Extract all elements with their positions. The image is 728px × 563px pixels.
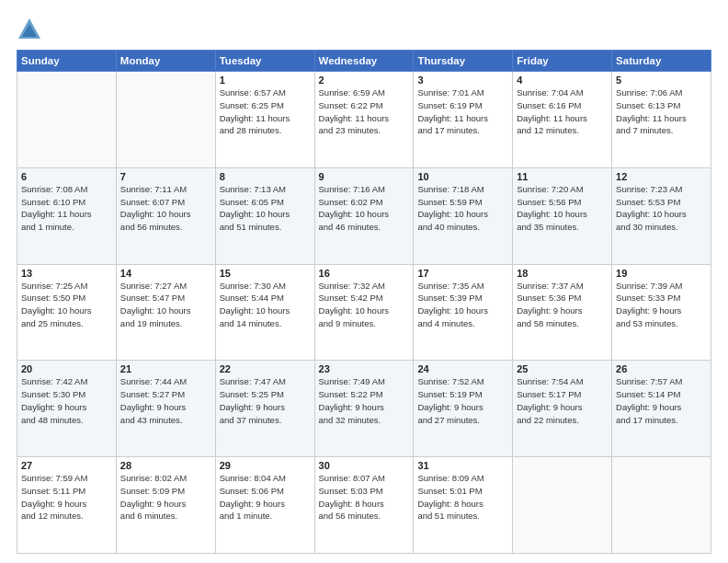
- day-info: Sunrise: 7:11 AM Sunset: 6:07 PM Dayligh…: [120, 183, 211, 234]
- calendar-cell: [17, 72, 117, 168]
- calendar-table: SundayMondayTuesdayWednesdayThursdayFrid…: [17, 50, 711, 554]
- calendar-cell: 30Sunrise: 8:07 AM Sunset: 5:03 PM Dayli…: [314, 457, 414, 554]
- day-info: Sunrise: 7:06 AM Sunset: 6:13 PM Dayligh…: [616, 86, 707, 137]
- day-info: Sunrise: 7:13 AM Sunset: 6:05 PM Dayligh…: [220, 183, 311, 234]
- day-number: 17: [417, 268, 508, 279]
- day-number: 28: [120, 460, 211, 471]
- calendar-cell: 3Sunrise: 7:01 AM Sunset: 6:19 PM Daylig…: [414, 72, 513, 168]
- day-info: Sunrise: 7:35 AM Sunset: 5:39 PM Dayligh…: [417, 280, 508, 330]
- day-number: 11: [517, 171, 608, 182]
- calendar-cell: 18Sunrise: 7:37 AM Sunset: 5:36 PM Dayli…: [513, 264, 612, 361]
- day-number: 14: [120, 268, 211, 279]
- day-info: Sunrise: 7:30 AM Sunset: 5:44 PM Dayligh…: [220, 280, 311, 330]
- day-info: Sunrise: 7:42 AM Sunset: 5:30 PM Dayligh…: [21, 375, 112, 426]
- day-number: 9: [319, 171, 410, 182]
- day-info: Sunrise: 7:18 AM Sunset: 5:59 PM Dayligh…: [417, 183, 508, 234]
- day-number: 29: [220, 460, 311, 471]
- day-info: Sunrise: 8:02 AM Sunset: 5:09 PM Dayligh…: [120, 472, 211, 523]
- day-info: Sunrise: 7:37 AM Sunset: 5:36 PM Dayligh…: [517, 280, 608, 330]
- day-number: 10: [417, 171, 508, 182]
- day-info: Sunrise: 8:09 AM Sunset: 5:01 PM Dayligh…: [417, 472, 508, 523]
- calendar-cell: 6Sunrise: 7:08 AM Sunset: 6:10 PM Daylig…: [17, 167, 117, 264]
- day-number: 5: [616, 75, 707, 86]
- calendar-cell: 21Sunrise: 7:44 AM Sunset: 5:27 PM Dayli…: [116, 361, 215, 457]
- day-number: 23: [319, 363, 410, 374]
- day-number: 8: [220, 171, 311, 182]
- calendar-cell: 26Sunrise: 7:57 AM Sunset: 5:14 PM Dayli…: [612, 361, 711, 457]
- weekday-header-saturday: Saturday: [612, 51, 711, 72]
- day-number: 26: [616, 363, 707, 374]
- day-number: 13: [21, 268, 112, 279]
- calendar-cell: 17Sunrise: 7:35 AM Sunset: 5:39 PM Dayli…: [414, 264, 513, 361]
- calendar-cell: 4Sunrise: 7:04 AM Sunset: 6:16 PM Daylig…: [513, 72, 612, 168]
- day-number: 3: [417, 75, 508, 86]
- calendar-cell: 20Sunrise: 7:42 AM Sunset: 5:30 PM Dayli…: [17, 361, 117, 457]
- header: [17, 17, 711, 42]
- day-info: Sunrise: 7:25 AM Sunset: 5:50 PM Dayligh…: [21, 280, 112, 330]
- day-info: Sunrise: 7:08 AM Sunset: 6:10 PM Dayligh…: [21, 183, 112, 234]
- calendar-cell: 23Sunrise: 7:49 AM Sunset: 5:22 PM Dayli…: [314, 361, 414, 457]
- day-number: 20: [21, 363, 112, 374]
- day-number: 30: [319, 460, 410, 471]
- day-info: Sunrise: 6:59 AM Sunset: 6:22 PM Dayligh…: [319, 86, 410, 137]
- day-number: 1: [220, 75, 311, 86]
- calendar-cell: 15Sunrise: 7:30 AM Sunset: 5:44 PM Dayli…: [215, 264, 314, 361]
- calendar-cell: 2Sunrise: 6:59 AM Sunset: 6:22 PM Daylig…: [314, 72, 414, 168]
- day-number: 18: [517, 268, 608, 279]
- week-row-1: 1Sunrise: 6:57 AM Sunset: 6:25 PM Daylig…: [17, 72, 711, 168]
- day-number: 27: [21, 460, 112, 471]
- weekday-header-row: SundayMondayTuesdayWednesdayThursdayFrid…: [17, 51, 711, 72]
- calendar-cell: 31Sunrise: 8:09 AM Sunset: 5:01 PM Dayli…: [414, 457, 513, 554]
- day-info: Sunrise: 7:04 AM Sunset: 6:16 PM Dayligh…: [517, 86, 608, 137]
- day-number: 6: [21, 171, 112, 182]
- day-info: Sunrise: 7:32 AM Sunset: 5:42 PM Dayligh…: [319, 280, 410, 330]
- day-number: 22: [220, 363, 311, 374]
- calendar-cell: 8Sunrise: 7:13 AM Sunset: 6:05 PM Daylig…: [215, 167, 314, 264]
- day-info: Sunrise: 7:57 AM Sunset: 5:14 PM Dayligh…: [616, 375, 707, 426]
- day-number: 31: [417, 460, 508, 471]
- calendar-cell: 11Sunrise: 7:20 AM Sunset: 5:56 PM Dayli…: [513, 167, 612, 264]
- day-info: Sunrise: 7:59 AM Sunset: 5:11 PM Dayligh…: [21, 472, 112, 523]
- weekday-header-wednesday: Wednesday: [314, 51, 414, 72]
- day-info: Sunrise: 8:07 AM Sunset: 5:03 PM Dayligh…: [319, 472, 410, 523]
- calendar-cell: 14Sunrise: 7:27 AM Sunset: 5:47 PM Dayli…: [116, 264, 215, 361]
- logo-icon: [17, 17, 42, 42]
- calendar-cell: 29Sunrise: 8:04 AM Sunset: 5:06 PM Dayli…: [215, 457, 314, 554]
- day-info: Sunrise: 7:54 AM Sunset: 5:17 PM Dayligh…: [517, 375, 608, 426]
- day-number: 7: [120, 171, 211, 182]
- week-row-4: 20Sunrise: 7:42 AM Sunset: 5:30 PM Dayli…: [17, 361, 711, 457]
- day-number: 16: [319, 268, 410, 279]
- calendar-cell: 22Sunrise: 7:47 AM Sunset: 5:25 PM Dayli…: [215, 361, 314, 457]
- calendar-cell: 7Sunrise: 7:11 AM Sunset: 6:07 PM Daylig…: [116, 167, 215, 264]
- logo: [17, 17, 46, 42]
- day-number: 12: [616, 171, 707, 182]
- day-number: 15: [220, 268, 311, 279]
- calendar-cell: 10Sunrise: 7:18 AM Sunset: 5:59 PM Dayli…: [414, 167, 513, 264]
- page: SundayMondayTuesdayWednesdayThursdayFrid…: [0, 0, 728, 563]
- calendar-cell: 5Sunrise: 7:06 AM Sunset: 6:13 PM Daylig…: [612, 72, 711, 168]
- day-number: 2: [319, 75, 410, 86]
- day-info: Sunrise: 7:47 AM Sunset: 5:25 PM Dayligh…: [220, 375, 311, 426]
- day-info: Sunrise: 7:20 AM Sunset: 5:56 PM Dayligh…: [517, 183, 608, 234]
- weekday-header-thursday: Thursday: [414, 51, 513, 72]
- day-number: 24: [417, 363, 508, 374]
- day-info: Sunrise: 7:27 AM Sunset: 5:47 PM Dayligh…: [120, 280, 211, 330]
- day-info: Sunrise: 7:44 AM Sunset: 5:27 PM Dayligh…: [120, 375, 211, 426]
- week-row-3: 13Sunrise: 7:25 AM Sunset: 5:50 PM Dayli…: [17, 264, 711, 361]
- weekday-header-sunday: Sunday: [17, 51, 117, 72]
- day-info: Sunrise: 7:01 AM Sunset: 6:19 PM Dayligh…: [417, 86, 508, 137]
- calendar-cell: [513, 457, 612, 554]
- calendar-cell: 19Sunrise: 7:39 AM Sunset: 5:33 PM Dayli…: [612, 264, 711, 361]
- day-number: 25: [517, 363, 608, 374]
- day-info: Sunrise: 7:49 AM Sunset: 5:22 PM Dayligh…: [319, 375, 410, 426]
- weekday-header-monday: Monday: [116, 51, 215, 72]
- day-info: Sunrise: 7:52 AM Sunset: 5:19 PM Dayligh…: [417, 375, 508, 426]
- week-row-2: 6Sunrise: 7:08 AM Sunset: 6:10 PM Daylig…: [17, 167, 711, 264]
- day-number: 4: [517, 75, 608, 86]
- calendar-cell: 27Sunrise: 7:59 AM Sunset: 5:11 PM Dayli…: [17, 457, 117, 554]
- day-number: 19: [616, 268, 707, 279]
- calendar-cell: [116, 72, 215, 168]
- day-info: Sunrise: 7:16 AM Sunset: 6:02 PM Dayligh…: [319, 183, 410, 234]
- day-info: Sunrise: 7:23 AM Sunset: 5:53 PM Dayligh…: [616, 183, 707, 234]
- calendar-cell: 9Sunrise: 7:16 AM Sunset: 6:02 PM Daylig…: [314, 167, 414, 264]
